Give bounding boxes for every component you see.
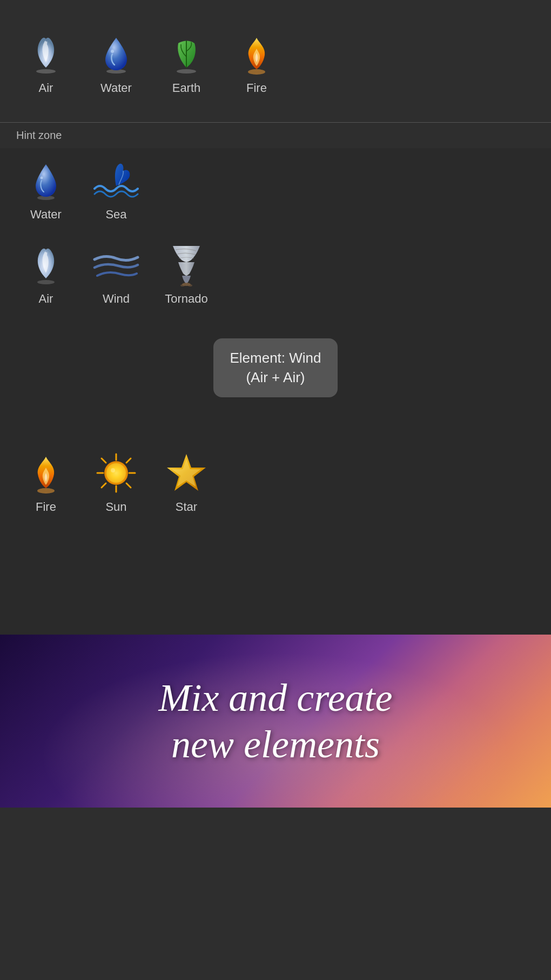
- element-air2[interactable]: Air: [16, 243, 76, 306]
- sea-icon: [95, 159, 138, 202]
- svg-point-7: [37, 280, 55, 284]
- air-icon: [24, 32, 68, 76]
- hint-zone-bar: Hint zone: [0, 122, 551, 148]
- element-fire[interactable]: Fire: [227, 32, 286, 95]
- element-water[interactable]: Water: [86, 32, 146, 95]
- top-section: Air Water: [0, 0, 551, 122]
- svg-line-19: [102, 483, 106, 488]
- sun-icon: [95, 451, 138, 495]
- main-section: Water: [0, 148, 551, 635]
- fire-label: Fire: [246, 81, 267, 95]
- fire2-icon: [24, 451, 68, 495]
- water2-icon: [24, 159, 68, 202]
- svg-point-9: [180, 284, 185, 286]
- svg-line-18: [126, 458, 131, 463]
- water-icon: [95, 32, 138, 76]
- air-label: Air: [39, 81, 53, 95]
- element-fire2[interactable]: Fire: [16, 451, 76, 514]
- discovered-row2: Air Wind: [16, 243, 535, 306]
- bottom-elements-row: Fire: [16, 451, 535, 514]
- element-star[interactable]: Star: [157, 451, 216, 514]
- wind-label: Wind: [103, 292, 130, 306]
- element-tornado[interactable]: Tornado: [157, 243, 216, 306]
- element-sea[interactable]: Sea: [86, 159, 146, 222]
- element-earth[interactable]: Earth: [157, 32, 216, 95]
- svg-point-2: [111, 50, 114, 53]
- element-wind[interactable]: Wind: [86, 243, 146, 306]
- fire-icon: [235, 32, 278, 76]
- svg-point-11: [37, 488, 55, 494]
- tooltip-box: Element: Wind(Air + Air): [213, 338, 337, 397]
- svg-line-16: [102, 458, 106, 463]
- tooltip-wrapper: Element: Wind(Air + Air): [16, 328, 535, 419]
- tornado-icon: [165, 243, 208, 286]
- svg-point-10: [188, 284, 192, 286]
- element-air[interactable]: Air: [16, 32, 76, 95]
- star-icon: [165, 451, 208, 495]
- svg-line-17: [126, 483, 131, 488]
- element-water2[interactable]: Water: [16, 159, 76, 222]
- air2-label: Air: [39, 292, 53, 306]
- water2-label: Water: [30, 208, 62, 222]
- banner-text: Mix and createnew elements: [137, 675, 414, 768]
- air2-icon: [24, 243, 68, 286]
- fire2-label: Fire: [36, 500, 56, 514]
- svg-point-6: [41, 177, 43, 179]
- earth-icon: [165, 32, 208, 76]
- element-sun[interactable]: Sun: [86, 451, 146, 514]
- tornado-label: Tornado: [165, 292, 208, 306]
- sea-label: Sea: [105, 208, 126, 222]
- star-label: Star: [176, 500, 197, 514]
- tooltip-text: Element: Wind(Air + Air): [230, 348, 321, 388]
- discovered-row1: Water: [16, 159, 535, 222]
- water-label: Water: [100, 81, 132, 95]
- svg-point-0: [36, 69, 56, 74]
- svg-point-22: [111, 468, 115, 472]
- top-elements-row: Air Water: [16, 32, 535, 95]
- svg-point-21: [106, 463, 126, 483]
- svg-point-3: [177, 69, 196, 74]
- hint-zone-label: Hint zone: [16, 129, 62, 141]
- earth-label: Earth: [172, 81, 201, 95]
- wind-icon: [95, 243, 138, 286]
- sun-label: Sun: [105, 500, 126, 514]
- svg-point-4: [248, 69, 265, 75]
- banner: Mix and createnew elements: [0, 635, 551, 808]
